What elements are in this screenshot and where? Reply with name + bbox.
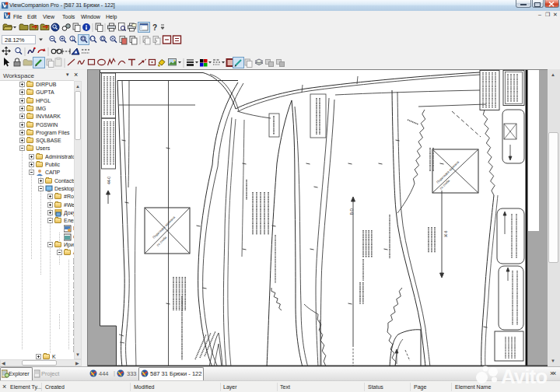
svg-text:В-О: В-О xyxy=(350,208,354,215)
svg-text:?: ? xyxy=(152,23,157,32)
svg-text:Ж-б: Ж-б xyxy=(444,230,448,237)
svg-text:44-0: 44-0 xyxy=(107,177,111,184)
svg-text:28.12%: 28.12% xyxy=(5,37,25,44)
